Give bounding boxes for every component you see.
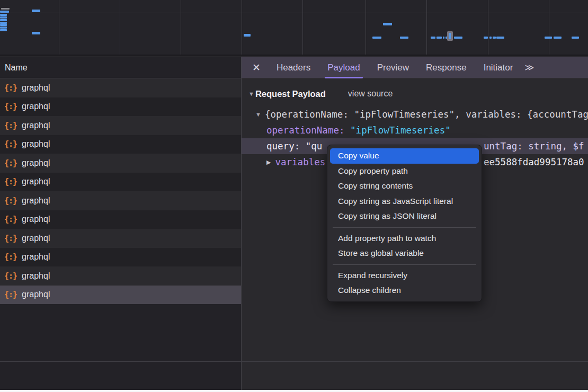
request-name-label: graphql <box>22 83 50 93</box>
request-name-label: graphql <box>22 234 50 243</box>
menu-item-add-property-path-to-watch[interactable]: Add property path to watch <box>330 231 479 246</box>
menu-item-expand-recursively[interactable]: Expand recursively <box>330 268 479 283</box>
request-timing-bar <box>0 29 7 31</box>
request-timing-bar <box>454 37 462 39</box>
overview-grid-line <box>242 0 242 55</box>
root-object-preview: {operationName: "ipFlowTimeseries", vari… <box>265 109 588 120</box>
json-braces-icon: {:} <box>4 252 17 262</box>
request-timing-bar <box>443 37 444 39</box>
request-row-graphql[interactable]: {:}graphql <box>0 266 241 286</box>
devtools-network-panel: Name {:}graphql{:}graphql{:}graphql{:}gr… <box>0 0 588 392</box>
expand-triangle-icon[interactable]: ▼ <box>255 111 261 118</box>
request-row-graphql[interactable]: {:}graphql <box>0 229 241 248</box>
detail-tab-bar: ✕ HeadersPayloadPreviewResponseInitiator… <box>242 57 588 78</box>
request-name-label: graphql <box>22 290 50 299</box>
request-timing-bar <box>0 14 7 16</box>
request-timing-bar <box>1 8 10 10</box>
menu-item-copy-value[interactable]: Copy value <box>330 148 479 164</box>
request-name-label: graphql <box>22 102 50 111</box>
property-value-fragment: untTag: string, $f <box>484 138 584 154</box>
menu-item-copy-string-contents[interactable]: Copy string contents <box>330 179 479 194</box>
request-row-graphql[interactable]: {:}graphql <box>0 116 241 135</box>
property-value-fragment: ee5588fdad995178a0 <box>484 154 584 170</box>
menu-item-copy-property-path[interactable]: Copy property path <box>330 164 479 179</box>
request-row-graphql[interactable]: {:}graphql <box>0 210 241 229</box>
request-timing-bar <box>0 24 7 26</box>
name-column-header[interactable]: Name <box>0 57 241 78</box>
request-name-label: graphql <box>22 196 50 206</box>
json-braces-icon: {:} <box>4 196 17 206</box>
request-name-label: graphql <box>22 139 50 149</box>
request-timing-bar <box>436 37 442 39</box>
tab-initiator[interactable]: Initiator <box>484 57 513 78</box>
request-row-graphql[interactable]: {:}graphql <box>0 191 241 210</box>
close-icon[interactable]: ✕ <box>252 61 261 74</box>
property-key: query: <box>266 141 300 152</box>
view-source-link[interactable]: view source <box>348 89 393 99</box>
expand-triangle-icon[interactable]: ▶ <box>266 159 271 166</box>
page-bottom-edge <box>0 390 588 392</box>
request-row-graphql[interactable]: {:}graphql <box>0 154 241 173</box>
json-braces-icon: {:} <box>4 83 17 93</box>
property-value: "ipFlowTimeseries" <box>350 125 451 136</box>
request-timing-bar <box>545 37 552 39</box>
request-row-graphql[interactable]: {:}graphql <box>0 97 241 117</box>
menu-separator <box>333 227 476 228</box>
request-row-graphql[interactable]: {:}graphql <box>0 135 241 154</box>
request-timing-bar <box>32 10 40 12</box>
request-timing-bar <box>0 26 7 29</box>
json-braces-icon: {:} <box>4 234 17 243</box>
section-title: Request Payload <box>255 89 326 99</box>
menu-item-collapse-children[interactable]: Collapse children <box>330 283 479 298</box>
request-timing-bar <box>484 37 488 39</box>
tabs-container: HeadersPayloadPreviewResponseInitiator <box>268 57 521 78</box>
tree-root-row[interactable]: ▼ {operationName: "ipFlowTimeseries", va… <box>242 106 588 122</box>
summary-divider <box>0 361 588 362</box>
menu-item-store-as-global-variable[interactable]: Store as global variable <box>330 246 479 261</box>
request-timing-bar <box>496 37 504 39</box>
request-timing-bar <box>493 37 496 39</box>
json-braces-icon: {:} <box>4 158 17 168</box>
request-timing-bar <box>383 23 392 25</box>
tab-response[interactable]: Response <box>426 57 467 78</box>
request-timing-bar <box>372 37 381 39</box>
overview-grid-line <box>120 0 120 55</box>
property-value-start: "qu <box>306 141 323 152</box>
tab-preview[interactable]: Preview <box>377 57 409 78</box>
tree-row-operationName[interactable]: operationName: "ipFlowTimeseries" <box>242 122 588 138</box>
request-name-label: graphql <box>22 121 50 130</box>
request-row-graphql[interactable]: {:}graphql <box>0 78 241 97</box>
menu-item-copy-string-as-json-literal[interactable]: Copy string as JSON literal <box>330 209 479 224</box>
request-name-label: graphql <box>22 271 50 281</box>
overview-grid-line <box>302 0 303 55</box>
request-timing-bar <box>431 37 435 39</box>
request-row-graphql[interactable]: {:}graphql <box>0 173 241 192</box>
overview-grid-line <box>181 0 181 55</box>
menu-item-copy-string-as-javascript-literal[interactable]: Copy string as JavaScript literal <box>330 194 479 209</box>
menu-separator <box>333 264 476 265</box>
request-name-label: graphql <box>22 158 50 168</box>
tab-payload[interactable]: Payload <box>327 57 360 78</box>
collapse-triangle-icon: ▼ <box>248 91 254 97</box>
overview-grid-line <box>426 0 427 55</box>
request-row-graphql[interactable]: {:}graphql <box>0 248 241 267</box>
request-list-panel: Name {:}graphql{:}graphql{:}graphql{:}gr… <box>0 57 242 392</box>
request-payload-section-header[interactable]: ▼ Request Payload view source <box>242 87 588 101</box>
network-overview-waterfall[interactable] <box>0 0 588 56</box>
json-braces-icon: {:} <box>4 290 17 299</box>
request-timing-bar <box>489 37 492 39</box>
more-tabs-chevron-icon[interactable]: ≫ <box>524 62 533 73</box>
request-row-graphql[interactable]: {:}graphql <box>0 286 241 305</box>
request-name-label: graphql <box>22 177 50 186</box>
tab-headers[interactable]: Headers <box>277 57 310 78</box>
overview-selected-request-marker <box>447 31 453 41</box>
request-list: {:}graphql{:}graphql{:}graphql{:}graphql… <box>0 78 241 304</box>
request-timing-bar <box>32 32 40 34</box>
overview-grid-line <box>488 0 488 55</box>
request-timing-bar <box>244 34 251 37</box>
json-braces-icon: {:} <box>4 177 17 186</box>
overview-grid-line <box>59 0 59 55</box>
request-timing-bar <box>572 37 579 39</box>
property-key: operationName: <box>266 125 345 136</box>
json-braces-icon: {:} <box>4 139 17 149</box>
